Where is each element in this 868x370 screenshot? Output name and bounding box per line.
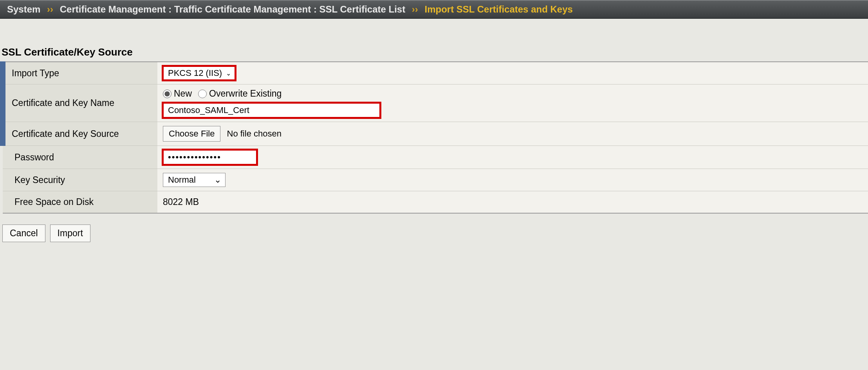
radio-new-label: New: [174, 88, 192, 99]
radio-overwrite-label: Overwrite Existing: [209, 88, 282, 99]
chevron-down-icon: ⌄: [214, 175, 221, 185]
section-title: SSL Certificate/Key Source: [0, 19, 868, 61]
cancel-button[interactable]: Cancel: [2, 225, 45, 242]
import-type-value: PKCS 12 (IIS): [168, 68, 222, 78]
radio-overwrite[interactable]: [198, 90, 207, 98]
password-input[interactable]: [163, 150, 257, 165]
row-free-space: Free Space on Disk 8022 MB: [3, 191, 868, 214]
label-password: Password: [3, 146, 157, 169]
choose-file-button[interactable]: Choose File: [163, 126, 220, 142]
cert-key-name-input[interactable]: [163, 103, 380, 118]
row-cert-key-source: Certificate and Key Source Choose File N…: [3, 122, 868, 146]
import-type-select[interactable]: PKCS 12 (IIS) ⌄: [163, 66, 235, 80]
chevron-down-icon: ⌄: [226, 70, 231, 77]
label-key-security: Key Security: [3, 169, 157, 191]
key-security-select[interactable]: Normal ⌄: [163, 173, 226, 187]
cert-name-mode-radios: New Overwrite Existing: [163, 88, 863, 99]
breadcrumb-current: Import SSL Certificates and Keys: [425, 4, 573, 14]
row-import-type: Import Type PKCS 12 (IIS) ⌄: [3, 62, 868, 84]
key-security-value: Normal: [168, 175, 196, 185]
breadcrumb: System ›› Certificate Management : Traff…: [0, 0, 868, 19]
breadcrumb-root[interactable]: System: [7, 4, 40, 14]
form-table: Import Type PKCS 12 (IIS) ⌄ Certificate …: [0, 61, 868, 214]
label-cert-key-name: Certificate and Key Name: [3, 84, 157, 122]
breadcrumb-separator: ››: [47, 4, 53, 14]
radio-new[interactable]: [163, 90, 171, 98]
import-button[interactable]: Import: [50, 225, 90, 242]
action-buttons: Cancel Import: [0, 214, 868, 253]
breadcrumb-separator: ››: [412, 4, 418, 14]
free-space-value: 8022 MB: [163, 197, 199, 207]
label-import-type: Import Type: [3, 62, 157, 84]
file-chosen-status: No file chosen: [227, 129, 282, 138]
row-cert-key-name: Certificate and Key Name New Overwrite E…: [3, 84, 868, 122]
row-key-security: Key Security Normal ⌄: [3, 169, 868, 191]
label-free-space: Free Space on Disk: [3, 191, 157, 214]
label-cert-key-source: Certificate and Key Source: [3, 122, 157, 146]
row-password: Password: [3, 146, 868, 169]
breadcrumb-path[interactable]: Certificate Management : Traffic Certifi…: [60, 4, 405, 14]
